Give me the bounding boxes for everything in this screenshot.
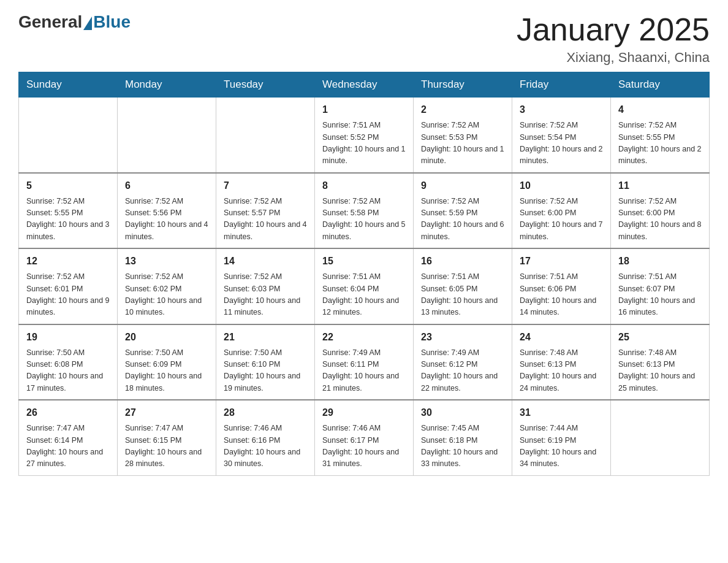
logo-triangle-icon (83, 17, 92, 30)
calendar-cell: 16Sunrise: 7:51 AM Sunset: 6:05 PM Dayli… (414, 248, 512, 324)
calendar-cell (118, 98, 216, 173)
day-info: Sunrise: 7:47 AM Sunset: 6:14 PM Dayligh… (26, 423, 110, 470)
calendar-cell: 8Sunrise: 7:52 AM Sunset: 5:58 PM Daylig… (315, 173, 414, 249)
calendar-week-row: 5Sunrise: 7:52 AM Sunset: 5:55 PM Daylig… (19, 173, 710, 249)
day-number: 31 (520, 405, 603, 420)
calendar-cell: 9Sunrise: 7:52 AM Sunset: 5:59 PM Daylig… (414, 173, 512, 249)
weekday-header-monday: Monday (118, 72, 216, 98)
day-number: 11 (618, 178, 702, 193)
calendar-title: January 2025 (517, 12, 710, 47)
day-number: 15 (322, 254, 406, 269)
calendar-cell: 7Sunrise: 7:52 AM Sunset: 5:57 PM Daylig… (216, 173, 315, 249)
day-number: 23 (421, 330, 504, 345)
weekday-header-thursday: Thursday (414, 72, 512, 98)
logo-general-text: General (18, 12, 82, 32)
day-info: Sunrise: 7:52 AM Sunset: 5:54 PM Dayligh… (520, 120, 603, 167)
calendar-cell: 18Sunrise: 7:51 AM Sunset: 6:07 PM Dayli… (611, 248, 710, 324)
calendar-cell: 28Sunrise: 7:46 AM Sunset: 6:16 PM Dayli… (216, 400, 315, 475)
day-info: Sunrise: 7:51 AM Sunset: 6:06 PM Dayligh… (520, 271, 603, 319)
day-number: 1 (322, 102, 406, 117)
calendar-cell: 5Sunrise: 7:52 AM Sunset: 5:55 PM Daylig… (19, 173, 118, 249)
day-number: 22 (322, 330, 406, 345)
day-info: Sunrise: 7:52 AM Sunset: 6:03 PM Dayligh… (224, 271, 307, 319)
day-number: 26 (26, 405, 110, 420)
title-section: January 2025 Xixiang, Shaanxi, China (517, 12, 710, 66)
calendar-week-row: 1Sunrise: 7:51 AM Sunset: 5:52 PM Daylig… (19, 98, 710, 173)
day-number: 24 (520, 330, 603, 345)
calendar-cell: 24Sunrise: 7:48 AM Sunset: 6:13 PM Dayli… (512, 324, 611, 400)
day-info: Sunrise: 7:52 AM Sunset: 5:53 PM Dayligh… (421, 120, 504, 167)
calendar-cell: 11Sunrise: 7:52 AM Sunset: 6:00 PM Dayli… (611, 173, 710, 249)
day-number: 18 (618, 254, 702, 269)
logo-blue-text: Blue (93, 12, 131, 32)
calendar-cell: 15Sunrise: 7:51 AM Sunset: 6:04 PM Dayli… (315, 248, 414, 324)
day-number: 13 (125, 254, 208, 269)
calendar-subtitle: Xixiang, Shaanxi, China (517, 50, 710, 66)
day-number: 27 (125, 405, 208, 420)
day-number: 8 (322, 178, 406, 193)
day-info: Sunrise: 7:50 AM Sunset: 6:09 PM Dayligh… (125, 347, 208, 395)
day-info: Sunrise: 7:50 AM Sunset: 6:08 PM Dayligh… (26, 347, 110, 395)
calendar-cell: 4Sunrise: 7:52 AM Sunset: 5:55 PM Daylig… (611, 98, 710, 173)
day-info: Sunrise: 7:49 AM Sunset: 6:12 PM Dayligh… (421, 347, 504, 395)
day-number: 19 (26, 330, 110, 345)
day-info: Sunrise: 7:46 AM Sunset: 6:17 PM Dayligh… (322, 423, 406, 470)
weekday-header-wednesday: Wednesday (315, 72, 414, 98)
day-number: 7 (224, 178, 307, 193)
day-info: Sunrise: 7:52 AM Sunset: 5:55 PM Dayligh… (618, 120, 702, 167)
calendar-table: SundayMondayTuesdayWednesdayThursdayFrid… (18, 72, 710, 476)
day-info: Sunrise: 7:50 AM Sunset: 6:10 PM Dayligh… (224, 347, 307, 395)
calendar-cell: 19Sunrise: 7:50 AM Sunset: 6:08 PM Dayli… (19, 324, 118, 400)
day-number: 6 (125, 178, 208, 193)
day-info: Sunrise: 7:52 AM Sunset: 6:01 PM Dayligh… (26, 271, 110, 319)
day-info: Sunrise: 7:52 AM Sunset: 5:57 PM Dayligh… (224, 196, 307, 243)
day-info: Sunrise: 7:52 AM Sunset: 6:00 PM Dayligh… (520, 196, 603, 243)
page-header: General Blue January 2025 Xixiang, Shaan… (18, 12, 710, 66)
calendar-cell: 13Sunrise: 7:52 AM Sunset: 6:02 PM Dayli… (118, 248, 216, 324)
calendar-cell: 26Sunrise: 7:47 AM Sunset: 6:14 PM Dayli… (19, 400, 118, 475)
calendar-cell: 25Sunrise: 7:48 AM Sunset: 6:13 PM Dayli… (611, 324, 710, 400)
day-number: 9 (421, 178, 504, 193)
calendar-cell: 27Sunrise: 7:47 AM Sunset: 6:15 PM Dayli… (118, 400, 216, 475)
day-info: Sunrise: 7:52 AM Sunset: 6:00 PM Dayligh… (618, 196, 702, 243)
calendar-cell: 17Sunrise: 7:51 AM Sunset: 6:06 PM Dayli… (512, 248, 611, 324)
calendar-cell: 6Sunrise: 7:52 AM Sunset: 5:56 PM Daylig… (118, 173, 216, 249)
day-info: Sunrise: 7:44 AM Sunset: 6:19 PM Dayligh… (520, 423, 603, 470)
day-info: Sunrise: 7:48 AM Sunset: 6:13 PM Dayligh… (520, 347, 603, 395)
day-number: 14 (224, 254, 307, 269)
day-info: Sunrise: 7:51 AM Sunset: 6:05 PM Dayligh… (421, 271, 504, 319)
day-number: 29 (322, 405, 406, 420)
calendar-cell (216, 98, 315, 173)
calendar-week-row: 12Sunrise: 7:52 AM Sunset: 6:01 PM Dayli… (19, 248, 710, 324)
day-info: Sunrise: 7:52 AM Sunset: 5:56 PM Dayligh… (125, 196, 208, 243)
weekday-header-sunday: Sunday (19, 72, 118, 98)
day-info: Sunrise: 7:46 AM Sunset: 6:16 PM Dayligh… (224, 423, 307, 470)
day-number: 16 (421, 254, 504, 269)
day-info: Sunrise: 7:51 AM Sunset: 6:07 PM Dayligh… (618, 271, 702, 319)
calendar-cell: 22Sunrise: 7:49 AM Sunset: 6:11 PM Dayli… (315, 324, 414, 400)
day-info: Sunrise: 7:52 AM Sunset: 5:55 PM Dayligh… (26, 196, 110, 243)
day-number: 25 (618, 330, 702, 345)
day-info: Sunrise: 7:51 AM Sunset: 5:52 PM Dayligh… (322, 120, 406, 167)
day-info: Sunrise: 7:51 AM Sunset: 6:04 PM Dayligh… (322, 271, 406, 319)
day-info: Sunrise: 7:49 AM Sunset: 6:11 PM Dayligh… (322, 347, 406, 395)
calendar-header-row: SundayMondayTuesdayWednesdayThursdayFrid… (19, 72, 710, 98)
calendar-cell (611, 400, 710, 475)
day-number: 10 (520, 178, 603, 193)
calendar-cell: 2Sunrise: 7:52 AM Sunset: 5:53 PM Daylig… (414, 98, 512, 173)
calendar-cell: 21Sunrise: 7:50 AM Sunset: 6:10 PM Dayli… (216, 324, 315, 400)
calendar-cell: 10Sunrise: 7:52 AM Sunset: 6:00 PM Dayli… (512, 173, 611, 249)
day-info: Sunrise: 7:52 AM Sunset: 5:58 PM Dayligh… (322, 196, 406, 243)
calendar-cell: 20Sunrise: 7:50 AM Sunset: 6:09 PM Dayli… (118, 324, 216, 400)
day-number: 2 (421, 102, 504, 117)
calendar-cell: 3Sunrise: 7:52 AM Sunset: 5:54 PM Daylig… (512, 98, 611, 173)
calendar-week-row: 19Sunrise: 7:50 AM Sunset: 6:08 PM Dayli… (19, 324, 710, 400)
logo: General Blue (18, 12, 131, 32)
day-number: 5 (26, 178, 110, 193)
calendar-cell: 14Sunrise: 7:52 AM Sunset: 6:03 PM Dayli… (216, 248, 315, 324)
day-number: 28 (224, 405, 307, 420)
day-info: Sunrise: 7:45 AM Sunset: 6:18 PM Dayligh… (421, 423, 504, 470)
day-number: 17 (520, 254, 603, 269)
calendar-cell: 12Sunrise: 7:52 AM Sunset: 6:01 PM Dayli… (19, 248, 118, 324)
day-number: 12 (26, 254, 110, 269)
